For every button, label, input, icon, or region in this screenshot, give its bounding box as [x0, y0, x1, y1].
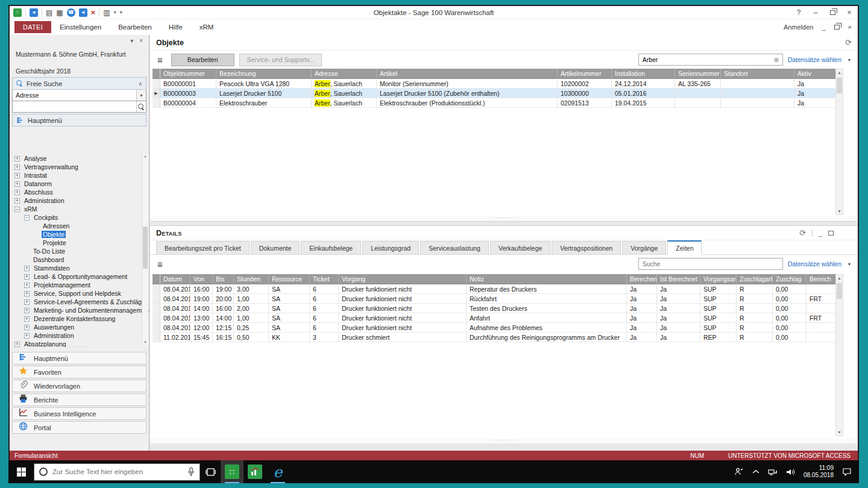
tree-item-intrastat[interactable]: +Intrastat: [10, 171, 149, 180]
details-select-records-link[interactable]: Datensätze wählen: [788, 260, 841, 267]
column-header-berechenbar[interactable]: Berechenbar: [627, 274, 657, 284]
start-button[interactable]: [8, 460, 34, 483]
minimize-button[interactable]: –: [807, 8, 824, 17]
sidebar-splitter[interactable]: ·········: [10, 344, 149, 349]
nav-button-hauptmen[interactable]: Hauptmenü: [12, 352, 146, 364]
column-header-ticket[interactable]: Ticket: [310, 274, 339, 284]
free-search-header[interactable]: Freie Suche ∧: [12, 77, 146, 90]
tree-expand-icon[interactable]: +: [24, 299, 30, 305]
column-header-vorgangsart[interactable]: Vorgangsart: [700, 274, 737, 284]
column-header-standort[interactable]: Standort: [721, 69, 794, 79]
search-category-select[interactable]: Adresse ▾: [12, 90, 146, 101]
taskbar-app-chart[interactable]: [244, 460, 266, 483]
chevron-down-icon[interactable]: ▾: [848, 261, 851, 267]
tree-expand-icon[interactable]: +: [14, 164, 20, 170]
nav-button-berichte[interactable]: Berichte: [12, 393, 146, 406]
chevron-down-icon[interactable]: ▾: [136, 90, 146, 101]
tree-item-administration[interactable]: +Administration: [10, 331, 149, 340]
tree-item-dezentrale-kontakterfassung[interactable]: +Dezentrale Kontakterfassung: [10, 314, 149, 323]
tab-einkaufsbelege[interactable]: Einkaufsbelege: [301, 241, 361, 254]
tab-zeiten[interactable]: Zeiten: [667, 240, 702, 255]
tree-expand-icon[interactable]: +: [24, 266, 30, 271]
tree-expand-icon[interactable]: +: [14, 173, 20, 178]
horizontal-splitter[interactable]: ·········: [150, 439, 858, 443]
delete-icon[interactable]: ×: [91, 8, 96, 16]
column-header-artikel[interactable]: Artikel: [377, 69, 558, 79]
column-header-ressource[interactable]: Ressource: [269, 274, 310, 284]
phone-icon[interactable]: ☎: [67, 8, 75, 17]
sage-app-icon[interactable]: ∷: [13, 8, 22, 17]
taskbar-app-sage[interactable]: ∷: [221, 460, 244, 483]
tree-item-xrm[interactable]: −xRM: [10, 205, 149, 213]
help-button[interactable]: ?: [790, 8, 807, 17]
tab-bearbeitungszeit-pro-ticket[interactable]: Bearbeitungszeit pro Ticket: [156, 241, 250, 254]
objekte-grid-scrollbar[interactable]: ▲ ▼: [835, 69, 843, 215]
tab-leistungsgrad[interactable]: Leistungsgrad: [362, 241, 419, 254]
tree-item-service-level-agreements-zuschl-ge[interactable]: +Service-Level-Agreements & Zuschläge: [10, 298, 149, 306]
refresh-icon[interactable]: ⟳: [799, 228, 806, 237]
nav-button-wiedervorlagen[interactable]: Wiedervorlagen: [12, 380, 146, 392]
column-header-vorgang[interactable]: Vorgang: [339, 274, 467, 284]
column-header-bis[interactable]: Bis: [213, 274, 234, 284]
table-row[interactable]: B00000001Peacock Ultra VGA 1280Arber, Sa…: [153, 79, 838, 89]
column-header-von[interactable]: Von: [190, 274, 213, 284]
menu-item-hilfe[interactable]: Hilfe: [160, 21, 191, 33]
nav-button-favoriten[interactable]: Favoriten: [12, 366, 146, 378]
column-header-notiz[interactable]: Notiz: [467, 274, 627, 284]
main-menu-header[interactable]: Hauptmenü: [12, 114, 146, 127]
login-link[interactable]: Anmelden: [784, 23, 814, 31]
column-header-zuschlag[interactable]: Zuschlag: [773, 274, 807, 284]
tree-expand-icon[interactable]: +: [24, 283, 30, 288]
mdi-close-button[interactable]: ×: [848, 23, 852, 31]
column-header-objektnummer[interactable]: Objektnummer: [160, 69, 216, 79]
table-row[interactable]: 08.04.201616:0019:003,00SA6Drucker funkt…: [153, 284, 838, 294]
tab-dokumente[interactable]: Dokumente: [251, 241, 300, 254]
column-header-bezeichnung[interactable]: Bezeichnung: [216, 69, 312, 79]
clock[interactable]: 11:09 08.05.2018: [804, 465, 834, 480]
table-row[interactable]: 08.04.201619:0020:001,00SA6Drucker funkt…: [153, 294, 838, 304]
tree-item-vertragsverwaltung[interactable]: +Vertragsverwaltung: [10, 163, 149, 171]
sidebar-close-icon[interactable]: ×: [139, 37, 143, 44]
scrollbar-thumb[interactable]: [837, 78, 842, 93]
tree-expand-icon[interactable]: +: [24, 316, 30, 322]
tree-item-administration[interactable]: +Administration: [10, 196, 149, 205]
task-view-button[interactable]: [200, 460, 221, 483]
menu-icon[interactable]: ≡: [157, 55, 163, 65]
microphone-icon[interactable]: [187, 467, 195, 477]
scrollbar-thumb[interactable]: [837, 283, 842, 299]
nav-button-portal[interactable]: Portal: [12, 421, 146, 434]
tab-verkaufsbelege[interactable]: Verkaufsbelege: [490, 241, 550, 254]
objekte-search-input[interactable]: [639, 56, 774, 63]
tree-item-projektmanagement[interactable]: +Projektmanagement: [10, 281, 149, 289]
objekte-select-records-link[interactable]: Datensätze wählen: [788, 56, 841, 63]
tree-item-analyse[interactable]: +Analyse: [10, 154, 149, 163]
people-icon[interactable]: [734, 468, 744, 476]
column-header-installation[interactable]: Installation: [612, 69, 675, 79]
tree-expand-icon[interactable]: +: [14, 156, 20, 161]
tree-item-marketing-und-dokumentenmanagement[interactable]: +Marketing- und Dokumentenmanagement: [10, 306, 149, 314]
list-icon[interactable]: ▤: [46, 9, 52, 16]
sidebar-pin-icon[interactable]: ▾: [130, 37, 133, 44]
table-row[interactable]: 08.04.201614:0016:002,00SA6Drucker funkt…: [153, 304, 838, 313]
mdi-minimize-button[interactable]: _: [822, 23, 825, 31]
tree-collapse-icon[interactable]: −: [14, 207, 20, 212]
tree-scrollbar[interactable]: ∧ ▾: [142, 154, 148, 345]
column-header-artikelnummer[interactable]: Artikelnummer: [558, 69, 612, 79]
speaker-icon[interactable]: [786, 468, 795, 476]
panel-minimize-icon[interactable]: _: [819, 230, 822, 237]
collapse-icon[interactable]: ∧: [138, 81, 142, 87]
menu-item-einstellungen[interactable]: Einstellungen: [51, 21, 110, 33]
menu-icon[interactable]: ≡: [157, 259, 163, 269]
tree-item-cockpits[interactable]: −Cockpits: [10, 213, 149, 222]
tab-vertragspositionen[interactable]: Vertragspositionen: [552, 241, 621, 254]
close-button[interactable]: ×: [841, 8, 858, 17]
tree-item-to-do-liste[interactable]: To-Do Liste: [10, 247, 149, 255]
tree-expand-icon[interactable]: +: [14, 190, 20, 195]
clear-search-icon[interactable]: ⊗: [773, 56, 782, 64]
nav-button-business-intelligence[interactable]: Business Intelligence: [12, 407, 146, 420]
panel-maximize-icon[interactable]: [828, 231, 834, 236]
customize-toolbar-icon[interactable]: ▾: [120, 10, 122, 15]
column-header-adresse[interactable]: Adresse: [312, 69, 377, 79]
tree-item-auswertungen[interactable]: +Auswertungen: [10, 323, 149, 331]
table-row[interactable]: 08.04.201612:0012:150,25SA6Drucker funkt…: [153, 323, 838, 333]
